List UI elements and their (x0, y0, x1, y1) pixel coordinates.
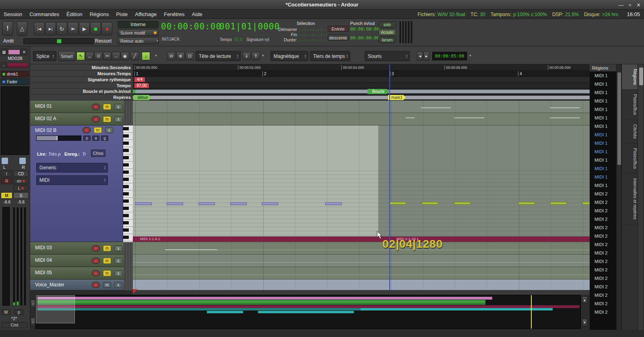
midi-note[interactable] (454, 202, 471, 205)
side-tab[interactable]: Pistes/Bus (622, 90, 638, 120)
side-tab[interactable]: Pistes/Bus (622, 144, 638, 174)
follow-edits-toggle[interactable]: Suivre modif. (118, 29, 159, 36)
note-edit-tool-button[interactable]: ♪ (142, 52, 150, 60)
menu-item[interactable]: Régions (86, 10, 113, 19)
region-list-item[interactable]: MIDI 2 (590, 232, 616, 240)
region-list-item[interactable]: MIDI 1 (590, 148, 616, 156)
menu-item[interactable]: Session (0, 10, 26, 19)
side-tab[interactable]: Clichés (622, 120, 638, 144)
punch-in-clock[interactable]: 00:00:00:00 (350, 27, 380, 32)
menu-item[interactable]: Fenêtres (160, 10, 188, 19)
ruler-label-loop[interactable]: Boucle et punch-in/out (30, 88, 133, 95)
secondary-clock[interactable]: 001|01|0000 (219, 22, 280, 31)
solo-button[interactable]: s (114, 104, 122, 110)
piano-keyboard[interactable] (123, 125, 133, 242)
track-grabber[interactable] (124, 101, 133, 113)
metering-point-button[interactable]: M (2, 309, 10, 315)
group-label[interactable]: *2* (0, 316, 28, 321)
cut-tool-button[interactable]: ✂ (103, 52, 111, 60)
strip-minimize-button[interactable]: - (1, 62, 6, 68)
scrollbar-thumb[interactable] (639, 68, 643, 85)
side-tab[interactable]: Intervalles et repères (622, 174, 638, 224)
region-list-item[interactable]: MIDI 2 (590, 308, 616, 316)
side-tab[interactable]: Régions (622, 64, 638, 90)
meter-chip[interactable]: 4/4 (134, 77, 145, 82)
region-list-item[interactable]: MIDI 2 (590, 249, 616, 257)
gain-fader[interactable] (2, 207, 10, 306)
record-button[interactable]: ● (101, 22, 112, 35)
solo-button[interactable]: s (114, 258, 122, 264)
ruler-label-minsec[interactable]: Minutes:Secondes (30, 64, 133, 71)
midi-note[interactable] (198, 202, 215, 205)
processor-item[interactable]: drmk1 (1, 71, 29, 77)
record-arm-button[interactable] (92, 270, 100, 276)
region-list-item[interactable]: MIDI 1 (590, 122, 616, 131)
ruler-loop-punch[interactable]: Boucle (133, 88, 590, 95)
lane-midi04[interactable] (133, 255, 590, 267)
region-list-item[interactable]: MIDI 2 (590, 215, 616, 224)
play-range-button[interactable]: |▶| (68, 22, 78, 35)
midi-note[interactable] (518, 202, 535, 205)
solo-button[interactable]: S (13, 192, 29, 199)
processor-box[interactable] (1, 86, 29, 155)
region-list-item[interactable]: MIDI 2 (590, 291, 616, 300)
track-name[interactable]: MIDI 04 (35, 257, 52, 263)
summary-zoom-up-button[interactable]: ▴ (582, 296, 587, 304)
lane-midi05[interactable] (133, 267, 590, 279)
error-log-button[interactable]: ! (2, 21, 13, 36)
record-arm-button[interactable] (92, 104, 100, 110)
loop-marker[interactable]: Boucle (367, 89, 389, 94)
zoom-in-button[interactable]: ⊕ (176, 52, 185, 60)
summary-view-window[interactable] (36, 295, 75, 323)
midi-note[interactable] (550, 202, 567, 205)
track-color-swatch[interactable] (8, 49, 20, 55)
track-grabber[interactable] (124, 242, 133, 255)
record-arm-button[interactable] (92, 258, 100, 264)
mute-button[interactable]: m (103, 116, 111, 122)
lane-midi02a[interactable] (133, 113, 590, 125)
track-header-midi04[interactable]: MIDI 04 m s (30, 255, 124, 267)
zoom-fit-button[interactable]: ⊡ (186, 52, 194, 60)
track-header-midi01[interactable]: MIDI 01 m s (30, 101, 124, 113)
monitor-input-button[interactable]: en (13, 178, 29, 184)
audition-indicator-button[interactable]: écoute (378, 29, 396, 35)
ruler-label-meter[interactable]: Signature rythmique (30, 77, 133, 83)
track-name[interactable]: Voice_Master (35, 282, 64, 288)
channels-button[interactable]: Chns (91, 150, 105, 157)
region-list[interactable]: MIDI 1MIDI 1MIDI 1MIDI 1MIDI 1MIDI 1MIDI… (590, 72, 616, 330)
solo-button[interactable]: s (114, 245, 122, 251)
solo-button[interactable]: s (114, 116, 122, 122)
zoom-focus-dropdown[interactable]: Tête de lecture ▲▼ (196, 51, 241, 61)
midi-note[interactable] (582, 202, 590, 205)
solo-button[interactable]: s (105, 127, 113, 133)
cd-button[interactable]: CD (13, 171, 29, 177)
midi-device-dropdown[interactable]: Generic ▲▼ (36, 163, 108, 173)
metronome-button[interactable]: △ (17, 21, 27, 36)
g-button[interactable]: g (101, 136, 108, 141)
read-mode-value[interactable]: Très p (48, 152, 60, 156)
track-header-voice-master[interactable]: Voice_Master m s (30, 279, 124, 290)
region-list-item[interactable]: MIDI 2 (590, 300, 616, 308)
shrink-tracks-button[interactable]: ⇓ (242, 52, 251, 60)
region-list-item[interactable]: MIDI 1 (590, 114, 616, 122)
track-header-midi03[interactable]: MIDI 03 m s (30, 242, 124, 255)
midi-protocol-dropdown[interactable]: MIDI ▲▼ (36, 175, 108, 185)
pan-right-widget[interactable] (19, 157, 26, 164)
scrollbar-thumb[interactable] (617, 72, 621, 165)
region-list-item[interactable]: MIDI 2 (590, 266, 616, 274)
track-header-midi02b[interactable]: MIDI 02 B m s p a g Lire: Très p Enreg.:… (30, 125, 123, 242)
track-grabber[interactable] (124, 113, 133, 125)
region-list-item[interactable]: MIDI 2 (590, 207, 616, 215)
p-button[interactable]: p (83, 136, 91, 141)
mute-button[interactable]: m (103, 245, 111, 251)
track-height-slider[interactable] (36, 136, 81, 141)
lane-midi01[interactable] (133, 101, 590, 113)
track-header-midi05[interactable]: MIDI 05 m s (30, 267, 124, 279)
summary-playhead[interactable] (531, 295, 532, 329)
expand-tracks-button[interactable]: ⇑ (252, 52, 260, 60)
region-list-item[interactable]: MIDI 2 (590, 257, 616, 266)
menu-item[interactable]: Édition (63, 10, 86, 19)
region-list-item[interactable]: MIDI 1 (590, 131, 616, 139)
lane-midi03[interactable] (133, 242, 590, 255)
region-list-item[interactable]: MIDI 2 (590, 190, 616, 198)
